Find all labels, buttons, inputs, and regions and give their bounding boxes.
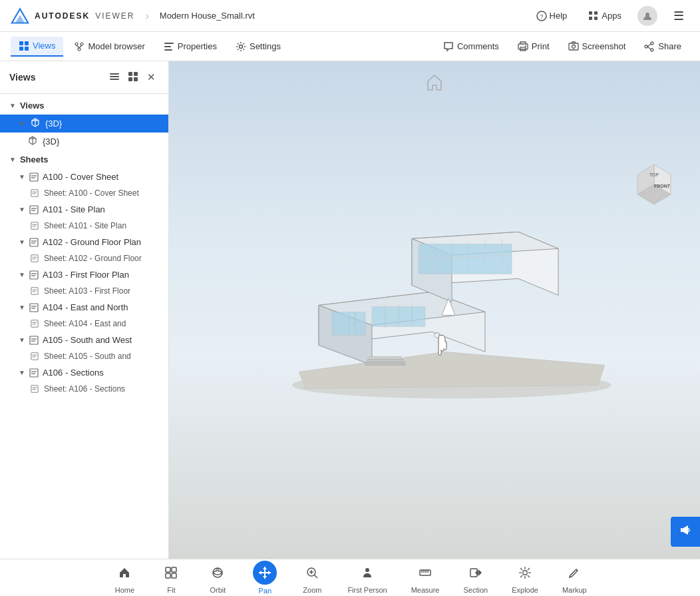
- section-tool[interactable]: Section: [451, 557, 500, 596]
- sheet-group-a101-header[interactable]: ▼ A101 - Site Plan: [0, 201, 168, 218]
- svg-line-16: [77, 45, 79, 48]
- list-view-button[interactable]: [106, 69, 122, 85]
- a100-sub-item[interactable]: Sheet: A100 - Cover Sheet: [0, 185, 168, 201]
- cube-outline-icon: [28, 136, 37, 147]
- explode-tool[interactable]: Explode: [500, 557, 550, 596]
- viewport-home-button[interactable]: [425, 73, 444, 94]
- explode-tool-icon: [514, 561, 536, 584]
- sheet-group-a106-header[interactable]: ▼ A106 - Sections: [0, 364, 168, 381]
- sheet-group-a102-header[interactable]: ▼ A102 - Ground Floor Plan: [0, 234, 168, 250]
- svg-point-125: [365, 568, 369, 572]
- svg-line-122: [315, 575, 318, 579]
- properties-label: Properties: [178, 41, 217, 51]
- print-icon: [518, 41, 528, 52]
- svg-rect-11: [19, 47, 23, 51]
- a102-sub-label: Sheet: A102 - Ground Floor: [44, 254, 142, 263]
- svg-point-109: [435, 332, 440, 338]
- svg-rect-37: [128, 77, 132, 81]
- svg-marker-119: [259, 571, 262, 575]
- a105-sub-item[interactable]: Sheet: A105 - South and: [0, 348, 168, 364]
- sidebar-item-3d-active[interactable]: ▼ {3D}: [0, 115, 168, 133]
- autodesk-logo-icon: [11, 7, 29, 25]
- help-button[interactable]: ? Help: [531, 8, 573, 24]
- views-icon: [19, 41, 29, 51]
- sheets-section-header[interactable]: ▼ Sheets: [0, 150, 168, 168]
- announcement-button[interactable]: [671, 517, 700, 547]
- svg-rect-20: [164, 49, 172, 51]
- print-button[interactable]: Print: [510, 37, 558, 56]
- svg-rect-9: [19, 41, 23, 45]
- markup-tool[interactable]: Markup: [550, 557, 599, 596]
- sheet-group-a106: ▼ A106 - Sections Sheet: A106 - Sections: [0, 364, 168, 397]
- a106-label: A106 - Sections: [43, 368, 104, 378]
- sidebar-content: ▼ Views ▼ {3D}: [0, 94, 168, 559]
- orbit-tool-icon: [206, 561, 229, 584]
- settings-tab[interactable]: Settings: [228, 37, 289, 56]
- svg-line-140: [520, 568, 522, 570]
- svg-rect-112: [166, 573, 170, 578]
- svg-rect-113: [172, 573, 176, 578]
- a105-sub-label: Sheet: A105 - South and: [44, 352, 131, 361]
- measure-tool[interactable]: Measure: [399, 557, 452, 596]
- a100-chevron-icon: ▼: [19, 173, 25, 180]
- apps-icon: [588, 11, 599, 21]
- svg-rect-98: [419, 244, 512, 274]
- svg-point-26: [572, 45, 575, 48]
- close-sidebar-button[interactable]: ✕: [144, 69, 159, 85]
- sidebar-item-3d-inactive[interactable]: {3D}: [0, 133, 168, 150]
- views-section-header[interactable]: ▼ Views: [0, 97, 168, 115]
- 3d-active-label: {3D}: [45, 119, 62, 129]
- home-tool[interactable]: Home: [101, 557, 148, 596]
- app-logo: AUTODESK VIEWER: [11, 7, 134, 25]
- a106-sub-item[interactable]: Sheet: A106 - Sections: [0, 381, 168, 397]
- user-avatar[interactable]: [637, 6, 657, 26]
- zoom-icon: [305, 566, 319, 579]
- nav-separator: ›: [145, 10, 148, 22]
- svg-rect-110: [166, 567, 170, 572]
- share-button[interactable]: Share: [636, 37, 689, 56]
- zoom-tool[interactable]: Zoom: [289, 557, 335, 596]
- grid-view-button[interactable]: [125, 69, 141, 85]
- sheet-group-a100-header[interactable]: ▼ A100 - Cover Sheet: [0, 168, 168, 185]
- screenshot-button[interactable]: Screenshot: [560, 37, 634, 56]
- 3d-viewport[interactable]: FRONT TOP: [169, 61, 700, 559]
- a104-sub-item[interactable]: Sheet: A104 - East and: [0, 316, 168, 332]
- building-model-svg: [279, 192, 625, 405]
- sheet-group-a105-header[interactable]: ▼ A105 - South and West: [0, 332, 168, 348]
- a103-sub-item[interactable]: Sheet: A103 - First Floor: [0, 283, 168, 299]
- svg-line-141: [528, 575, 530, 577]
- a101-sub-item[interactable]: Sheet: A101 - Site Plan: [0, 218, 168, 234]
- top-navigation: AUTODESK VIEWER › Modern House_Small.rvt…: [0, 0, 700, 32]
- a102-sub-item[interactable]: Sheet: A102 - Ground Floor: [0, 250, 168, 266]
- apps-button[interactable]: Apps: [583, 8, 627, 24]
- top-nav-right-actions: ? Help Apps ☰: [531, 6, 689, 26]
- menu-button[interactable]: ☰: [668, 6, 689, 26]
- sheet-group-a104-header[interactable]: ▼ A104 - East and North: [0, 299, 168, 316]
- sheets-chevron-icon: ▼: [9, 156, 16, 163]
- views-tab[interactable]: Views: [11, 37, 63, 57]
- svg-line-17: [79, 45, 82, 48]
- navigation-cube[interactable]: FRONT TOP: [624, 154, 684, 216]
- comments-button[interactable]: Comments: [435, 37, 507, 56]
- first-person-tool[interactable]: First Person: [335, 557, 399, 596]
- svg-rect-38: [134, 77, 138, 81]
- fit-tool-label: Fit: [167, 586, 175, 594]
- pan-tool[interactable]: Pan: [241, 557, 289, 596]
- model-browser-tab[interactable]: Model browser: [66, 37, 152, 56]
- views-label: Views: [33, 41, 55, 51]
- sheet-group-a103-header[interactable]: ▼ A103 - First Floor Plan: [0, 266, 168, 283]
- markup-icon: [568, 566, 581, 579]
- fit-tool[interactable]: Fit: [148, 557, 194, 596]
- properties-tab[interactable]: Properties: [156, 37, 225, 56]
- screenshot-label: Screenshot: [582, 41, 626, 51]
- home-icon: [425, 73, 444, 92]
- svg-marker-120: [268, 571, 271, 575]
- svg-line-143: [528, 568, 530, 570]
- orbit-tool[interactable]: Orbit: [194, 557, 241, 596]
- svg-rect-58: [31, 255, 38, 262]
- svg-rect-33: [110, 76, 119, 77]
- a105-label: A105 - South and West: [43, 335, 132, 345]
- svg-rect-79: [30, 369, 38, 377]
- a105-chevron-icon: ▼: [19, 336, 25, 344]
- fit-icon: [164, 566, 178, 579]
